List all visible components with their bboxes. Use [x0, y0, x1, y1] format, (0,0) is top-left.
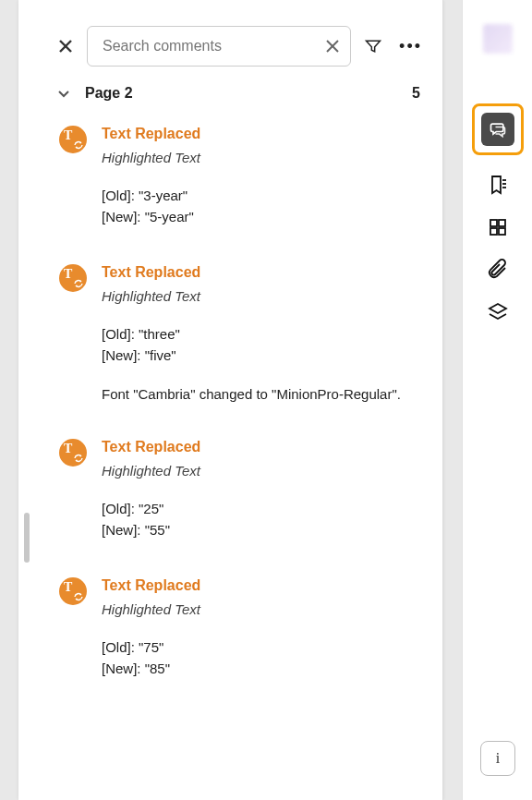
text-replaced-icon	[59, 126, 87, 153]
comment-extra: Font "Cambria" changed to "MinionPro-Reg…	[102, 386, 426, 402]
comment-new-value: [New]: "85"	[102, 659, 426, 680]
comment-item[interactable]: Text Replaced Highlighted Text [Old]: "2…	[59, 431, 426, 570]
comment-subtitle: Highlighted Text	[102, 463, 426, 479]
text-replaced-icon	[59, 264, 87, 292]
svg-rect-7	[490, 220, 497, 226]
text-replaced-icon	[59, 439, 87, 467]
comment-subtitle: Highlighted Text	[102, 601, 426, 617]
comment-title: Text Replaced	[102, 126, 426, 142]
comment-title: Text Replaced	[102, 264, 426, 281]
paperclip-icon	[487, 259, 509, 281]
comment-icon	[489, 120, 507, 139]
comment-title: Text Replaced	[102, 577, 426, 594]
comment-body: Text Replaced Highlighted Text [Old]: "t…	[102, 264, 426, 402]
close-panel-button[interactable]	[55, 36, 76, 56]
scrollbar-thumb[interactable]	[24, 513, 30, 563]
comment-subtitle: Highlighted Text	[102, 150, 426, 165]
chevron-down-icon[interactable]	[55, 85, 72, 102]
comment-item[interactable]: Text Replaced Highlighted Text [Old]: "3…	[59, 118, 426, 257]
search-input-wrapper[interactable]	[87, 26, 351, 67]
comments-tool-button[interactable]	[472, 103, 524, 155]
comment-item[interactable]: Text Replaced Highlighted Text [Old]: "t…	[59, 257, 426, 431]
text-replaced-icon	[59, 577, 87, 605]
attachments-tool-button[interactable]	[463, 248, 532, 292]
comment-old-value: [Old]: "25"	[102, 499, 426, 520]
comments-panel-header: •••	[28, 26, 442, 79]
comment-item[interactable]: Text Replaced Highlighted Text [Old]: "7…	[59, 570, 426, 709]
page-group-header[interactable]: Page 2 5	[28, 79, 442, 118]
comment-subtitle: Highlighted Text	[102, 288, 426, 304]
comment-new-value: [New]: "five"	[102, 345, 426, 367]
comment-body: Text Replaced Highlighted Text [Old]: "3…	[102, 126, 426, 227]
right-tool-rail: i	[462, 0, 532, 800]
svg-marker-11	[490, 304, 506, 313]
search-input[interactable]	[101, 37, 324, 55]
page-comment-count: 5	[412, 85, 420, 102]
page-label: Page 2	[85, 85, 133, 102]
comments-panel: ••• Page 2 5 Text Replaced Highlighted T…	[28, 0, 443, 800]
svg-rect-8	[499, 220, 505, 226]
clear-search-button[interactable]	[324, 38, 341, 55]
grid-icon	[487, 216, 509, 238]
user-avatar[interactable]	[483, 24, 513, 54]
more-options-button[interactable]: •••	[395, 37, 426, 56]
info-button[interactable]: i	[480, 741, 515, 776]
comment-new-value: [New]: "55"	[102, 520, 426, 541]
svg-rect-9	[490, 228, 497, 235]
bookmark-icon	[487, 174, 509, 196]
layers-tool-button[interactable]	[463, 290, 532, 334]
comment-title: Text Replaced	[102, 439, 426, 455]
layers-icon	[487, 301, 509, 323]
svg-rect-10	[499, 228, 505, 235]
comment-old-value: [Old]: "three"	[102, 324, 426, 345]
bookmarks-tool-button[interactable]	[463, 163, 532, 207]
comments-list[interactable]: Text Replaced Highlighted Text [Old]: "3…	[28, 118, 442, 800]
comment-old-value: [Old]: "3-year"	[102, 186, 426, 207]
comment-body: Text Replaced Highlighted Text [Old]: "7…	[102, 577, 426, 679]
comment-body: Text Replaced Highlighted Text [Old]: "2…	[102, 439, 426, 540]
comment-old-value: [Old]: "75"	[102, 637, 426, 659]
filter-button[interactable]	[362, 35, 384, 57]
comment-new-value: [New]: "5-year"	[102, 207, 426, 228]
thumbnails-tool-button[interactable]	[463, 205, 532, 249]
